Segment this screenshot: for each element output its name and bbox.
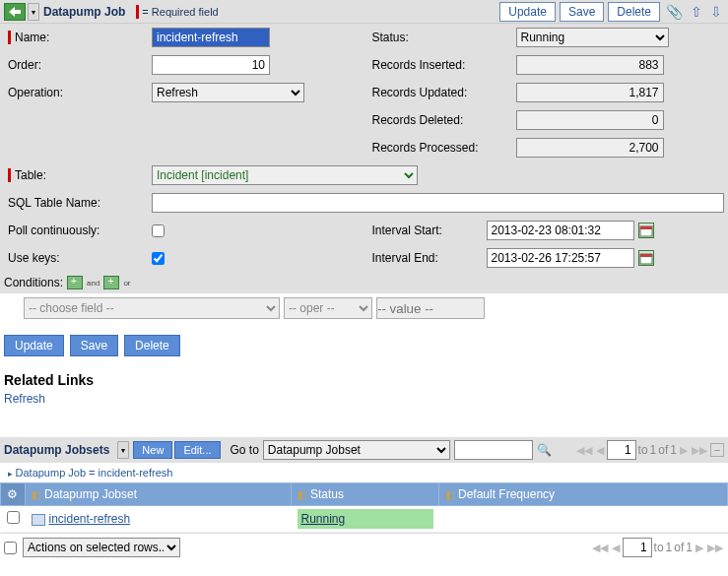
calendar-icon[interactable] [638,250,654,266]
required-indicator-icon [136,5,139,19]
records-processed-label: Records Processed: [372,141,479,155]
last-page-icon[interactable]: ▶▶ [706,542,724,554]
select-all-checkbox[interactable] [4,542,17,554]
order-input[interactable] [152,55,270,75]
cube-icon: ◧ [445,489,454,500]
records-inserted-field [516,55,664,75]
gear-column-header[interactable]: ⚙ [1,483,26,506]
delete-button-top[interactable]: Delete [608,2,660,22]
required-label: = Required field [142,6,218,18]
actions-select[interactable]: Actions on selected rows... [23,538,180,557]
records-processed-field [516,138,664,158]
interval-end-label: Interval End: [372,251,438,265]
save-button[interactable]: Save [70,335,118,356]
records-deleted-field [516,110,664,130]
records-updated-field [516,83,664,102]
update-button-top[interactable]: Update [499,2,556,22]
table-label: Table: [15,168,46,182]
svg-rect-1 [640,226,652,229]
column-status[interactable]: ◧Status [292,483,439,506]
prev-page-icon[interactable]: ◀ [595,444,605,457]
cube-icon: ◧ [298,489,306,500]
header-menu-dropdown[interactable]: ▾ [28,3,39,21]
gear-icon[interactable]: ⚙ [7,487,18,501]
pager-total1: 1 [650,443,657,457]
search-icon[interactable]: 🔍 [533,443,556,457]
form-title: Datapump Job [43,5,125,19]
first-page-icon[interactable]: ◀◀ [575,444,593,457]
pager-to: to [638,443,648,457]
move-up-icon[interactable]: ⇧ [689,4,704,20]
update-button[interactable]: Update [4,335,64,356]
status-cell[interactable]: Running [298,509,433,529]
svg-rect-3 [640,254,652,257]
add-and-condition-icon[interactable] [67,276,83,289]
operation-label: Operation: [8,86,63,99]
last-page-icon[interactable]: ▶▶ [691,444,708,457]
sql-label: SQL Table Name: [8,196,100,210]
first-page-icon[interactable]: ◀◀ [591,542,609,554]
column-jobset[interactable]: ◧Datapump Jobset [26,483,292,506]
prev-page-icon[interactable]: ◀ [611,542,621,554]
table-select[interactable]: Incident [incident] [152,165,418,185]
conditions-label: Conditions: [4,276,63,289]
usekeys-label: Use keys: [8,251,60,265]
save-button-top[interactable]: Save [560,2,604,22]
cube-icon: ◧ [32,489,40,500]
list-menu-dropdown[interactable]: ▾ [117,441,129,459]
new-button[interactable]: New [133,441,172,459]
attachment-icon[interactable]: 📎 [664,4,685,20]
name-label: Name: [15,31,49,44]
record-link[interactable]: incident-refresh [49,512,131,526]
goto-select[interactable]: Datapump Jobset [263,440,450,460]
name-input[interactable] [152,28,270,47]
records-inserted-label: Records Inserted: [372,58,466,72]
required-mark-icon [8,31,11,44]
row-checkbox[interactable] [7,511,20,524]
refresh-link[interactable]: Refresh [0,390,49,408]
filter-field-select[interactable]: -- choose field -- [24,297,280,319]
required-mark-icon [8,168,11,182]
interval-end-input[interactable] [487,248,634,268]
goto-input[interactable] [454,440,533,460]
column-frequency[interactable]: ◧Default Frequency [439,483,728,506]
filter-oper-select[interactable]: -- oper -- [284,297,372,319]
delete-button[interactable]: Delete [124,335,180,356]
collapse-icon[interactable]: – [710,443,724,457]
next-page-icon[interactable]: ▶ [695,542,704,554]
list-title: Datapump Jobsets [4,443,109,457]
related-links-heading: Related Links [0,364,728,390]
record-icon[interactable] [32,514,45,526]
sql-input[interactable] [152,193,724,213]
pager-of: of [658,443,668,457]
calendar-icon[interactable] [638,223,654,238]
move-down-icon[interactable]: ⇩ [708,4,724,20]
filter-value-input[interactable] [376,297,485,319]
poll-label: Poll continuously: [8,224,99,237]
list-breadcrumb[interactable]: Datapump Job = incident-refresh [0,463,728,482]
back-button[interactable] [4,3,26,21]
poll-checkbox[interactable] [152,224,165,237]
next-page-icon[interactable]: ▶ [679,444,689,457]
table-row[interactable]: incident-refresh Running [1,506,728,533]
records-deleted-label: Records Deleted: [372,113,464,127]
interval-start-input[interactable] [487,221,634,240]
page-input[interactable] [607,440,636,460]
goto-label: Go to [231,443,259,457]
status-select[interactable]: Running [516,28,669,47]
usekeys-checkbox[interactable] [152,252,165,265]
records-updated-label: Records Updated: [372,86,468,99]
status-label: Status: [372,31,409,44]
add-or-condition-icon[interactable] [103,276,119,289]
operation-select[interactable]: Refresh [152,83,304,102]
edit-button[interactable]: Edit... [174,441,220,459]
page-input-footer[interactable] [623,538,652,557]
interval-start-label: Interval Start: [372,224,442,237]
pager-total2: 1 [670,443,677,457]
order-label: Order: [8,58,41,72]
